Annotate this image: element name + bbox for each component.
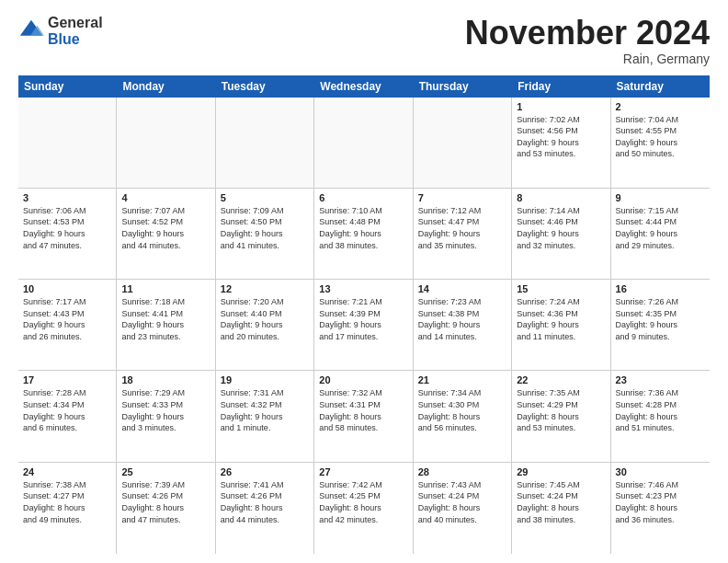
day-number-19: 19: [221, 374, 309, 385]
day-cell-16: 16Sunrise: 7:26 AM Sunset: 4:35 PM Dayli…: [611, 280, 710, 370]
day-number-16: 16: [616, 283, 705, 294]
header-monday: Monday: [117, 75, 215, 98]
day-number-5: 5: [221, 192, 309, 203]
day-cell-7: 7Sunrise: 7:12 AM Sunset: 4:47 PM Daylig…: [414, 189, 512, 279]
logo-icon: [18, 18, 44, 44]
empty-cell-w0-d0: [18, 98, 117, 188]
day-number-28: 28: [418, 466, 506, 477]
day-cell-14: 14Sunrise: 7:23 AM Sunset: 4:38 PM Dayli…: [414, 280, 512, 370]
day-cell-3: 3Sunrise: 7:06 AM Sunset: 4:53 PM Daylig…: [18, 189, 117, 279]
page: General Blue November 2024 Rain, Germany…: [0, 0, 728, 563]
day-cell-11: 11Sunrise: 7:18 AM Sunset: 4:41 PM Dayli…: [117, 280, 215, 370]
day-info-12: Sunrise: 7:20 AM Sunset: 4:40 PM Dayligh…: [221, 296, 309, 342]
day-number-14: 14: [418, 283, 506, 294]
day-number-15: 15: [517, 283, 605, 294]
day-number-27: 27: [319, 466, 407, 477]
day-info-14: Sunrise: 7:23 AM Sunset: 4:38 PM Dayligh…: [418, 296, 506, 342]
day-number-4: 4: [121, 192, 210, 203]
day-cell-18: 18Sunrise: 7:29 AM Sunset: 4:33 PM Dayli…: [117, 371, 215, 461]
day-number-21: 21: [418, 374, 506, 385]
day-info-29: Sunrise: 7:45 AM Sunset: 4:24 PM Dayligh…: [517, 479, 605, 525]
calendar-body: 1Sunrise: 7:02 AM Sunset: 4:56 PM Daylig…: [18, 98, 710, 554]
day-number-9: 9: [616, 192, 705, 203]
location: Rain, Germany: [465, 52, 710, 66]
header-sunday: Sunday: [18, 75, 117, 98]
day-cell-13: 13Sunrise: 7:21 AM Sunset: 4:39 PM Dayli…: [314, 280, 413, 370]
logo-blue-text: Blue: [48, 31, 80, 47]
day-number-3: 3: [23, 192, 111, 203]
title-block: November 2024 Rain, Germany: [465, 15, 710, 66]
day-cell-24: 24Sunrise: 7:38 AM Sunset: 4:27 PM Dayli…: [18, 463, 117, 554]
day-cell-21: 21Sunrise: 7:34 AM Sunset: 4:30 PM Dayli…: [414, 371, 512, 461]
day-cell-25: 25Sunrise: 7:39 AM Sunset: 4:26 PM Dayli…: [117, 463, 215, 554]
week-row-0: 1Sunrise: 7:02 AM Sunset: 4:56 PM Daylig…: [18, 98, 710, 189]
day-number-10: 10: [23, 283, 111, 294]
day-cell-22: 22Sunrise: 7:35 AM Sunset: 4:29 PM Dayli…: [512, 371, 610, 461]
day-number-13: 13: [319, 283, 407, 294]
day-info-25: Sunrise: 7:39 AM Sunset: 4:26 PM Dayligh…: [121, 479, 210, 525]
day-info-13: Sunrise: 7:21 AM Sunset: 4:39 PM Dayligh…: [319, 296, 407, 342]
day-info-17: Sunrise: 7:28 AM Sunset: 4:34 PM Dayligh…: [23, 387, 111, 433]
day-info-7: Sunrise: 7:12 AM Sunset: 4:47 PM Dayligh…: [418, 205, 506, 251]
day-cell-6: 6Sunrise: 7:10 AM Sunset: 4:48 PM Daylig…: [314, 189, 413, 279]
day-number-12: 12: [221, 283, 309, 294]
day-info-24: Sunrise: 7:38 AM Sunset: 4:27 PM Dayligh…: [23, 479, 111, 525]
header-friday: Friday: [512, 75, 610, 98]
day-info-27: Sunrise: 7:42 AM Sunset: 4:25 PM Dayligh…: [319, 479, 407, 525]
day-number-20: 20: [319, 374, 407, 385]
day-info-4: Sunrise: 7:07 AM Sunset: 4:52 PM Dayligh…: [121, 205, 210, 251]
day-number-6: 6: [319, 192, 407, 203]
day-cell-5: 5Sunrise: 7:09 AM Sunset: 4:50 PM Daylig…: [216, 189, 314, 279]
day-info-11: Sunrise: 7:18 AM Sunset: 4:41 PM Dayligh…: [121, 296, 210, 342]
day-number-25: 25: [121, 466, 210, 477]
day-number-11: 11: [121, 283, 210, 294]
day-info-19: Sunrise: 7:31 AM Sunset: 4:32 PM Dayligh…: [221, 387, 309, 433]
day-info-9: Sunrise: 7:15 AM Sunset: 4:44 PM Dayligh…: [616, 205, 705, 251]
day-info-16: Sunrise: 7:26 AM Sunset: 4:35 PM Dayligh…: [616, 296, 705, 342]
calendar-header: Sunday Monday Tuesday Wednesday Thursday…: [18, 75, 710, 98]
day-info-3: Sunrise: 7:06 AM Sunset: 4:53 PM Dayligh…: [23, 205, 111, 251]
logo: General Blue: [18, 15, 103, 47]
day-number-1: 1: [517, 101, 605, 112]
day-number-17: 17: [23, 374, 111, 385]
day-cell-8: 8Sunrise: 7:14 AM Sunset: 4:46 PM Daylig…: [512, 189, 610, 279]
day-info-15: Sunrise: 7:24 AM Sunset: 4:36 PM Dayligh…: [517, 296, 605, 342]
day-number-24: 24: [23, 466, 111, 477]
day-info-2: Sunrise: 7:04 AM Sunset: 4:55 PM Dayligh…: [616, 114, 705, 160]
logo-general-text: General: [48, 15, 103, 30]
day-info-18: Sunrise: 7:29 AM Sunset: 4:33 PM Dayligh…: [121, 387, 210, 433]
day-cell-15: 15Sunrise: 7:24 AM Sunset: 4:36 PM Dayli…: [512, 280, 610, 370]
week-row-3: 17Sunrise: 7:28 AM Sunset: 4:34 PM Dayli…: [18, 371, 710, 462]
day-cell-1: 1Sunrise: 7:02 AM Sunset: 4:56 PM Daylig…: [512, 98, 610, 188]
day-cell-29: 29Sunrise: 7:45 AM Sunset: 4:24 PM Dayli…: [512, 463, 610, 554]
month-title: November 2024: [465, 15, 710, 52]
day-number-18: 18: [121, 374, 210, 385]
day-cell-9: 9Sunrise: 7:15 AM Sunset: 4:44 PM Daylig…: [611, 189, 710, 279]
day-cell-4: 4Sunrise: 7:07 AM Sunset: 4:52 PM Daylig…: [117, 189, 215, 279]
header-tuesday: Tuesday: [216, 75, 314, 98]
day-info-30: Sunrise: 7:46 AM Sunset: 4:23 PM Dayligh…: [616, 479, 705, 525]
day-cell-20: 20Sunrise: 7:32 AM Sunset: 4:31 PM Dayli…: [314, 371, 413, 461]
day-info-22: Sunrise: 7:35 AM Sunset: 4:29 PM Dayligh…: [517, 387, 605, 433]
empty-cell-w0-d4: [414, 98, 512, 188]
day-info-23: Sunrise: 7:36 AM Sunset: 4:28 PM Dayligh…: [616, 387, 705, 433]
day-info-28: Sunrise: 7:43 AM Sunset: 4:24 PM Dayligh…: [418, 479, 506, 525]
day-cell-30: 30Sunrise: 7:46 AM Sunset: 4:23 PM Dayli…: [611, 463, 710, 554]
day-info-10: Sunrise: 7:17 AM Sunset: 4:43 PM Dayligh…: [23, 296, 111, 342]
day-number-30: 30: [616, 466, 705, 477]
week-row-1: 3Sunrise: 7:06 AM Sunset: 4:53 PM Daylig…: [18, 189, 710, 280]
day-number-29: 29: [517, 466, 605, 477]
day-number-23: 23: [616, 374, 705, 385]
week-row-4: 24Sunrise: 7:38 AM Sunset: 4:27 PM Dayli…: [18, 463, 710, 554]
day-number-2: 2: [616, 101, 705, 112]
day-cell-28: 28Sunrise: 7:43 AM Sunset: 4:24 PM Dayli…: [414, 463, 512, 554]
day-info-5: Sunrise: 7:09 AM Sunset: 4:50 PM Dayligh…: [221, 205, 309, 251]
day-cell-10: 10Sunrise: 7:17 AM Sunset: 4:43 PM Dayli…: [18, 280, 117, 370]
day-info-1: Sunrise: 7:02 AM Sunset: 4:56 PM Dayligh…: [517, 114, 605, 160]
week-row-2: 10Sunrise: 7:17 AM Sunset: 4:43 PM Dayli…: [18, 280, 710, 371]
empty-cell-w0-d3: [314, 98, 413, 188]
day-number-7: 7: [418, 192, 506, 203]
day-info-6: Sunrise: 7:10 AM Sunset: 4:48 PM Dayligh…: [319, 205, 407, 251]
day-number-22: 22: [517, 374, 605, 385]
header-wednesday: Wednesday: [314, 75, 413, 98]
